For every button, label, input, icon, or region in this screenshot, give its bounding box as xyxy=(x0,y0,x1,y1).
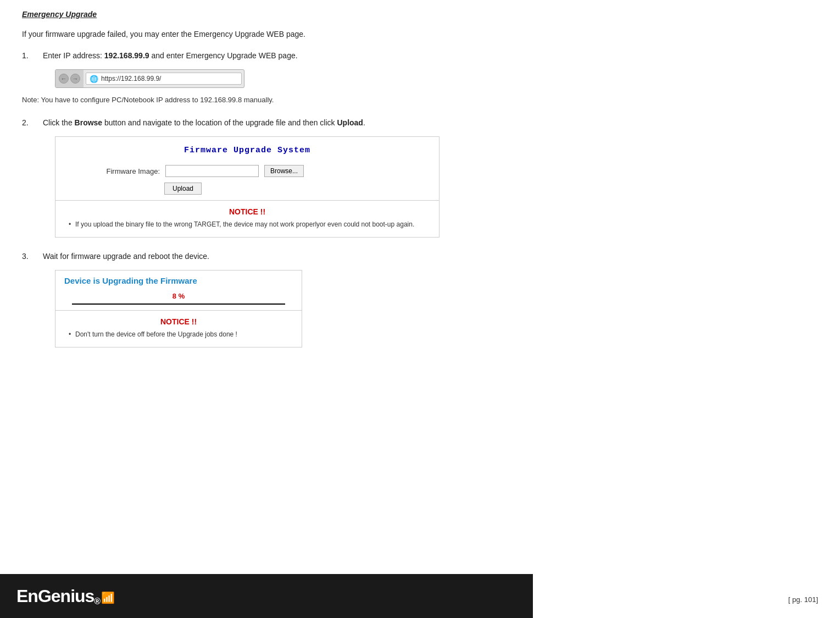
progress-bar-container xyxy=(55,304,302,310)
firmware-upgrade-box: Firmware Upgrade System Firmware Image: … xyxy=(55,136,440,238)
logo-genius: Genius xyxy=(38,586,94,606)
upgrade-box: Device is Upgrading the Firmware 8 % NOT… xyxy=(55,270,302,347)
notice-2-list: Don't turn the device off before the Upg… xyxy=(66,329,291,339)
firmware-box-title: Firmware Upgrade System xyxy=(55,137,439,163)
upgrade-percent: 8 % xyxy=(55,289,302,304)
back-arrow-icon: ← xyxy=(59,74,69,84)
notice-1-title: NOTICE !! xyxy=(66,207,428,216)
wifi-icon: 📶 xyxy=(101,591,114,604)
logo-en: En xyxy=(16,586,38,606)
notice-section-2: NOTICE !! Don't turn the device off befo… xyxy=(55,311,302,347)
footer: EnGenius® 📶 xyxy=(0,574,533,618)
step-2-number: 2. xyxy=(22,117,38,129)
step-2-text: Click the Browse button and navigate to … xyxy=(43,117,365,129)
step-1-number: 1. xyxy=(22,50,38,62)
page-number: [ pg. 101] xyxy=(788,595,818,604)
browser-bar: ← → 🌐 https://192.168.99.9/ xyxy=(55,69,244,88)
note-text: Note: You have to configure PC/Notebook … xyxy=(22,96,516,104)
section-title: Emergency Upgrade xyxy=(22,10,516,19)
footer-logo: EnGenius® 📶 xyxy=(16,586,114,606)
browser-nav: ← → xyxy=(55,70,84,87)
step-3-text: Wait for firmware upgrade and reboot the… xyxy=(43,251,209,262)
browse-button[interactable]: Browse... xyxy=(264,165,304,177)
intro-text: If your firmware upgrade failed, you may… xyxy=(22,29,516,40)
upgrade-title: Device is Upgrading the Firmware xyxy=(55,271,302,289)
forward-arrow-icon: → xyxy=(70,74,80,84)
logo-text: EnGenius® 📶 xyxy=(16,586,114,606)
step-1: 1. Enter IP address: 192.168.99.9 and en… xyxy=(22,50,516,104)
step-1-text: Enter IP address: 192.168.99.9 and enter… xyxy=(43,50,298,62)
step-3: 3. Wait for firmware upgrade and reboot … xyxy=(22,251,516,347)
notice-1-item-1: If you upload the binary file to the wro… xyxy=(66,219,428,229)
notice-section-1: NOTICE !! If you upload the binary file … xyxy=(55,201,439,237)
notice-2-title: NOTICE !! xyxy=(66,317,291,326)
progress-bar xyxy=(72,304,285,305)
logo-reg-icon: ® xyxy=(94,597,100,606)
address-text: https://192.168.99.9/ xyxy=(101,75,161,82)
step-2: 2. Click the Browse button and navigate … xyxy=(22,117,516,238)
firmware-form-row: Firmware Image: Browse... xyxy=(55,163,439,180)
firmware-upload-row: Upload xyxy=(55,180,439,200)
notice-2-item-1: Don't turn the device off before the Upg… xyxy=(66,329,291,339)
step-3-number: 3. xyxy=(22,251,38,262)
page-icon: 🌐 xyxy=(90,75,98,83)
firmware-file-input[interactable] xyxy=(165,165,259,177)
notice-1-list: If you upload the binary file to the wro… xyxy=(66,219,428,229)
address-bar: 🌐 https://192.168.99.9/ xyxy=(86,73,242,85)
upload-button[interactable]: Upload xyxy=(164,183,202,195)
firmware-image-label: Firmware Image: xyxy=(99,167,160,175)
